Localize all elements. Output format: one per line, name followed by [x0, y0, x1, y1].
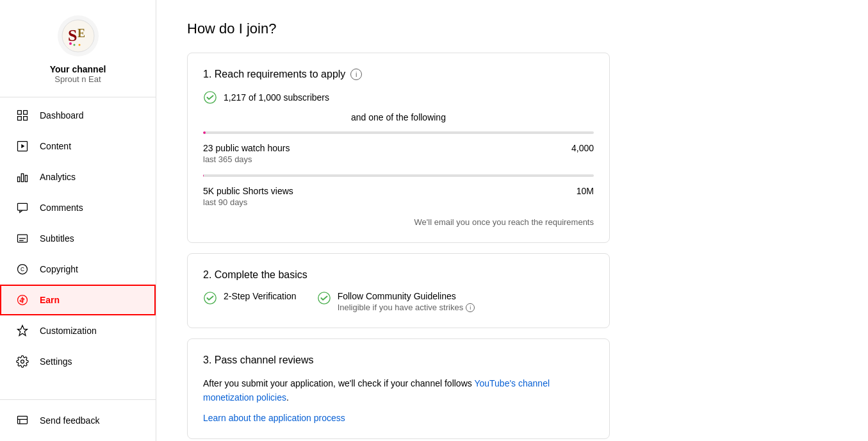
step2-item2-label: Follow Community Guidelines [338, 291, 475, 301]
step2-check1-icon [203, 291, 217, 305]
sidebar-item-customization[interactable]: Customization [0, 315, 156, 346]
svg-rect-13 [21, 174, 23, 182]
step2-item1-label: 2-Step Verification [224, 291, 297, 301]
watch-hours-progress-bar [203, 131, 594, 134]
watch-hours-section: 23 public watch hours 4,000 last 365 day… [203, 131, 594, 164]
step3-card: 3. Pass channel reviews After you submit… [187, 338, 610, 439]
analytics-label: Analytics [40, 172, 76, 182]
sidebar: S E Your channel Sprout n Eat Dashboard [0, 0, 156, 441]
svg-rect-6 [18, 111, 22, 115]
svg-rect-8 [18, 117, 22, 121]
svg-point-23 [21, 360, 24, 363]
step3-title: 3. Pass channel reviews [203, 354, 594, 366]
svg-rect-12 [18, 177, 20, 182]
svg-point-3 [69, 42, 72, 45]
copyright-label: Copyright [40, 264, 78, 274]
step2-item2-text: Follow Community Guidelines Ineligible i… [338, 291, 475, 312]
content-icon [15, 139, 29, 153]
step2-item1-text: 2-Step Verification [224, 291, 297, 301]
step2-item1: 2-Step Verification [203, 291, 297, 305]
svg-text:C: C [20, 266, 24, 272]
channel-avatar: S E [58, 15, 99, 56]
sidebar-item-dashboard[interactable]: Dashboard [0, 100, 156, 131]
svg-point-5 [78, 44, 80, 46]
main-content: How do I join? 1. Reach requirements to … [156, 0, 868, 441]
watch-hours-fill [203, 131, 206, 134]
and-label: and one of the following [203, 112, 594, 122]
svg-rect-9 [24, 117, 28, 121]
channel-name: Sprout n Eat [0, 74, 156, 84]
comments-icon [15, 201, 29, 215]
comments-label: Comments [40, 203, 83, 213]
watch-hours-label: 23 public watch hours [203, 143, 290, 153]
svg-point-4 [73, 44, 75, 46]
step2-item2: Follow Community Guidelines Ineligible i… [317, 291, 475, 312]
subscribers-check-label: 1,217 of 1,000 subscribers [224, 92, 329, 103]
svg-rect-14 [25, 176, 27, 182]
step3-description: After you submit your application, we'll… [203, 376, 594, 405]
subscribers-check-row: 1,217 of 1,000 subscribers [203, 90, 594, 104]
customization-icon [15, 324, 29, 338]
send-feedback-label: Send feedback [40, 415, 99, 426]
shorts-row: 5K public Shorts views 10M [203, 186, 594, 196]
earn-icon [15, 293, 29, 307]
sidebar-item-earn[interactable]: Earn [0, 285, 156, 315]
shorts-section: 5K public Shorts views 10M last 90 days [203, 174, 594, 207]
channel-label: Your channel [0, 64, 156, 74]
channel-logo-area: S E [0, 0, 156, 64]
sidebar-item-subtitles[interactable]: Subtitles [0, 223, 156, 254]
channel-info: Your channel Sprout n Eat [0, 64, 156, 94]
sidebar-item-settings[interactable]: Settings [0, 346, 156, 377]
watch-hours-target: 4,000 [571, 143, 594, 153]
settings-label: Settings [40, 356, 72, 367]
logo-image: S E [61, 19, 95, 53]
sidebar-nav: Dashboard Content Analytics Comments [0, 100, 156, 399]
analytics-icon [15, 170, 29, 184]
step1-info-icon[interactable]: i [350, 69, 362, 80]
step1-card: 1. Reach requirements to apply i 1,217 o… [187, 53, 610, 243]
svg-rect-15 [18, 203, 28, 210]
svg-text:E: E [78, 27, 85, 40]
sidebar-item-content[interactable]: Content [0, 131, 156, 162]
step2-grid: 2-Step Verification Follow Community Gui… [203, 291, 594, 312]
copyright-icon: C [15, 262, 29, 276]
step1-title: 1. Reach requirements to apply i [203, 69, 594, 80]
svg-rect-24 [18, 416, 28, 424]
settings-icon [15, 354, 29, 369]
svg-text:S: S [68, 26, 77, 45]
svg-rect-7 [24, 111, 28, 115]
subtitles-icon [15, 231, 29, 245]
sidebar-bottom: Send feedback [0, 399, 156, 441]
svg-marker-11 [21, 144, 24, 149]
shorts-progress-bar [203, 174, 594, 177]
shorts-label: 5K public Shorts views [203, 186, 293, 196]
step2-check2-icon [317, 291, 331, 305]
page-title: How do I join? [187, 21, 837, 37]
step2-card: 2. Complete the basics 2-Step Verificati… [187, 253, 610, 328]
step2-info-icon[interactable]: i [466, 303, 475, 312]
content-label: Content [40, 141, 71, 151]
watch-hours-sub: last 365 days [203, 154, 594, 164]
dashboard-icon [15, 108, 29, 122]
shorts-sub: last 90 days [203, 197, 594, 207]
sidebar-item-comments[interactable]: Comments [0, 192, 156, 223]
earn-label: Earn [40, 295, 60, 305]
email-notice: We'll email you once you reach the requi… [203, 217, 594, 227]
feedback-icon [15, 413, 29, 428]
step2-item2-sub: Ineligible if you have active strikes i [338, 303, 475, 312]
sidebar-item-analytics[interactable]: Analytics [0, 162, 156, 192]
sidebar-divider-top [0, 97, 156, 97]
customization-label: Customization [40, 326, 97, 336]
subscribers-check-icon [203, 90, 217, 104]
watch-hours-row: 23 public watch hours 4,000 [203, 143, 594, 153]
learn-application-link[interactable]: Learn about the application process [203, 413, 594, 423]
subtitles-label: Subtitles [40, 233, 74, 244]
sidebar-item-copyright[interactable]: C Copyright [0, 254, 156, 285]
sidebar-item-send-feedback[interactable]: Send feedback [0, 405, 156, 436]
step2-title: 2. Complete the basics [203, 269, 594, 281]
dashboard-label: Dashboard [40, 110, 84, 121]
shorts-target: 10M [577, 186, 594, 196]
